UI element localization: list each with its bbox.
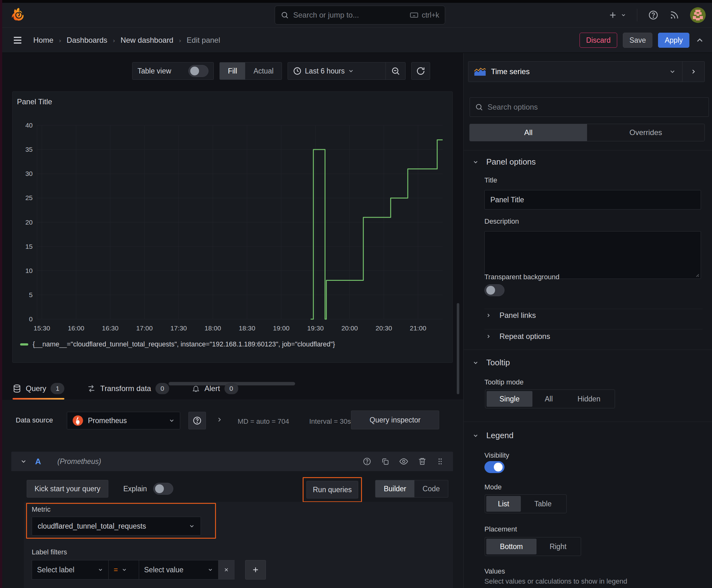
tooltip-all[interactable]: All [533,391,564,407]
legend-mode-table[interactable]: Table [521,496,564,512]
refresh-button[interactable] [411,62,430,80]
tab-alert[interactable]: Alert 0 [192,377,238,400]
resize-handle-icon[interactable] [694,272,699,277]
legend-visibility-toggle[interactable] [484,461,504,473]
breadcrumb-edit-panel: Edit panel [187,36,220,45]
transform-icon [87,384,96,393]
query-inspector-button[interactable]: Query inspector [351,411,439,429]
fill-actual-group: Fill Actual [219,62,282,80]
tooltip-section-header[interactable]: Tooltip [473,358,510,368]
metric-label: Metric [32,505,50,513]
legend-section-header[interactable]: Legend [473,430,514,440]
run-queries-button[interactable]: Run queries [306,481,358,499]
search-placeholder: Search or jump to... [293,11,405,19]
transparent-bg-toggle[interactable] [484,284,504,296]
svg-text:20:00: 20:00 [341,324,358,332]
select-label-dropdown[interactable]: Select label [32,560,109,580]
builder-option[interactable]: Builder [375,480,414,497]
select-value-placeholder: Select value [144,566,184,574]
datasource-picker[interactable]: Prometheus [67,412,180,429]
placement-bottom[interactable]: Bottom [486,539,537,554]
search-options-input[interactable]: Search options [470,97,709,117]
legend-item[interactable]: {__name__="cloudflared_tunnel_total_requ… [20,340,335,348]
svg-text:15:30: 15:30 [34,324,50,332]
database-icon [13,384,21,393]
chevron-down-icon[interactable] [20,458,27,465]
save-button[interactable]: Save [623,33,652,48]
global-search-input[interactable]: Search or jump to... ctrl+k [275,6,445,24]
help-icon[interactable] [648,10,659,20]
menu-icon[interactable] [12,35,23,46]
news-rss-icon[interactable] [669,10,679,20]
query-editor-section: Data source Prometheus MD = auto = 704 I… [0,400,463,588]
tooltip-hidden[interactable]: Hidden [565,391,613,407]
tab-transform-data[interactable]: Transform data 0 [87,377,169,400]
fill-option[interactable]: Fill [220,63,245,80]
repeat-options-section[interactable]: Repeat options [486,332,550,341]
panel-options-title: Panel options [486,157,536,167]
chevron-right-icon: › [59,37,61,44]
collapse-up-icon[interactable] [695,36,705,45]
duplicate-query-icon[interactable] [381,457,390,466]
panel-title-value: Panel Title [490,196,524,204]
svg-text:25: 25 [25,194,33,201]
panel-title-input[interactable]: Panel Title [484,190,701,210]
user-avatar[interactable] [690,7,706,23]
breadcrumb-dashboards[interactable]: Dashboards [67,36,107,45]
chevron-down-icon [348,68,354,74]
tooltip-single[interactable]: Single [487,391,533,407]
datasource-help-button[interactable] [188,412,206,429]
add-filter-button[interactable] [245,560,266,580]
placement-right[interactable]: Right [537,539,579,554]
actual-option[interactable]: Actual [245,63,282,80]
tab-all[interactable]: All [470,124,587,141]
toggle-visibility-icon[interactable] [399,457,408,466]
select-label-placeholder: Select label [37,566,74,574]
visualization-picker[interactable]: Time series [468,61,705,82]
legend-mode-list[interactable]: List [486,496,521,512]
breadcrumb-new-dashboard[interactable]: New dashboard [121,36,173,45]
zoom-out-icon[interactable] [386,63,405,80]
explain-toggle[interactable] [153,483,173,495]
panel-links-title: Panel links [499,311,536,320]
operator-dropdown[interactable]: = [109,560,139,580]
grafana-logo-icon[interactable] [11,7,26,22]
options-filter-tabs: All Overrides [469,124,705,141]
metric-select[interactable]: cloudflared_tunnel_total_requests [32,517,201,536]
time-range-picker[interactable]: Last 6 hours [287,62,406,80]
drag-handle-icon[interactable] [436,457,444,465]
chevron-down-icon [208,567,213,573]
time-series-chart[interactable]: 051015202530354015:3016:0016:3017:0017:3… [19,114,446,338]
max-data-points-stat: MD = auto = 704 [238,417,289,426]
window-left-edge [0,0,2,588]
builder-code-group: Builder Code [375,480,448,498]
search-icon [475,103,483,111]
search-options-placeholder: Search options [488,103,538,111]
description-textarea[interactable] [484,231,701,279]
tab-overrides[interactable]: Overrides [587,124,705,141]
chevron-right-icon [486,334,491,339]
delete-query-icon[interactable] [418,457,427,466]
tab-query[interactable]: Query 1 [13,377,64,400]
svg-text:16:30: 16:30 [102,324,118,332]
query-help-icon[interactable] [363,457,371,466]
panel-options-header[interactable]: Panel options [473,157,536,167]
panel-links-section[interactable]: Panel links [486,311,536,320]
query-row-header[interactable]: A (Prometheus) [11,452,453,471]
add-new-button[interactable] [608,10,626,20]
table-view-toggle[interactable] [188,65,209,77]
apply-button[interactable]: Apply [658,33,689,48]
remove-filter-button[interactable] [218,560,235,580]
code-option[interactable]: Code [414,480,448,497]
top-navbar: Search or jump to... ctrl+k [0,3,712,27]
expand-viz-list-icon[interactable] [683,62,705,82]
expand-stats-icon[interactable] [216,416,223,423]
svg-text:15: 15 [25,243,33,250]
chevron-down-icon [473,360,479,366]
breadcrumb-home[interactable]: Home [33,36,53,45]
discard-button[interactable]: Discard [580,33,617,48]
kick-start-query-button[interactable]: Kick start your query [27,480,108,498]
topbar-divider [637,9,637,21]
select-value-dropdown[interactable]: Select value [139,560,218,580]
interval-stat: Interval = 30s [309,417,351,426]
